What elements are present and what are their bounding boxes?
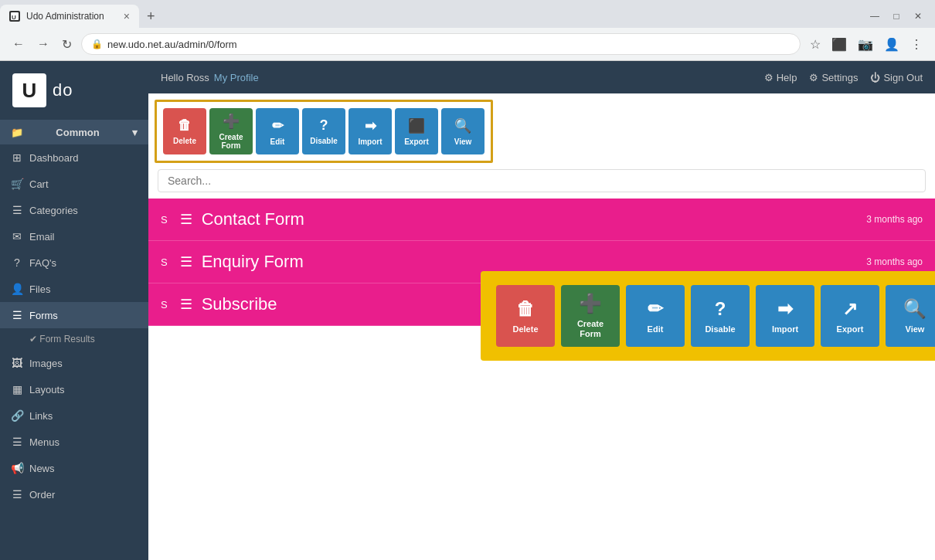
edit-icon: ✏	[648, 298, 663, 320]
sidebar-item-links[interactable]: 🔗 Links	[0, 402, 148, 429]
close-button[interactable]: ✕	[907, 8, 929, 24]
highlight-toolbar: 🗑 Delete ➕ CreateForm ✏ Edit ? Disable ➡	[481, 271, 935, 361]
logo-word: do	[53, 80, 73, 100]
profile-icon[interactable]: 👤	[881, 34, 903, 55]
form-title: Contact Form	[202, 209, 304, 229]
row-select-icon: S	[161, 299, 168, 311]
browser-tabs: U Udo Administration × + — □ ✕	[0, 0, 935, 28]
form-time: 3 months ago	[866, 256, 923, 267]
delete-button[interactable]: 🗑 Delete	[163, 108, 206, 154]
sidebar-item-label: News	[29, 463, 55, 474]
menu-icon[interactable]: ⋮	[907, 34, 926, 55]
forward-button[interactable]: →	[34, 34, 53, 54]
help-link[interactable]: ⚙ Help	[764, 72, 797, 83]
active-tab[interactable]: U Udo Administration ×	[0, 5, 139, 28]
trash-icon: 🗑	[516, 298, 535, 320]
tab-title: Udo Administration	[26, 11, 104, 22]
address-text: new.udo.net.au/admin/0/form	[107, 39, 790, 50]
sidebar-item-label: Order	[29, 489, 55, 501]
highlight-create-form-button[interactable]: ➕ CreateForm	[561, 285, 620, 347]
star-icon[interactable]: ☆	[807, 34, 824, 55]
edit-button[interactable]: ✏ Edit	[256, 108, 299, 154]
new-tab-button[interactable]: +	[139, 5, 163, 28]
sidebar-item-label: Email	[29, 231, 55, 243]
logo-box: U	[12, 73, 46, 107]
sidebar-item-email[interactable]: ✉ Email	[0, 223, 148, 249]
refresh-button[interactable]: ↻	[59, 34, 75, 55]
sidebar-item-order[interactable]: ☰ Order	[0, 481, 148, 507]
sidebar-item-label: Menus	[29, 436, 60, 448]
top-bar: Hello Ross My Profile ⚙ Help ⚙ Settings …	[148, 61, 935, 93]
sidebar-item-cart[interactable]: 🛒 Cart	[0, 171, 148, 197]
highlight-import-button[interactable]: ➡ Import	[756, 285, 814, 347]
sidebar-item-categories[interactable]: ☰ Categories	[0, 197, 148, 223]
tab-close-btn[interactable]: ×	[124, 10, 130, 22]
cart-icon: 🛒	[11, 178, 23, 190]
sidebar-logo: U do	[0, 61, 148, 120]
browser-chrome: U Udo Administration × + — □ ✕ ← → ↻ 🔒 n…	[0, 0, 935, 61]
sidebar-item-faqs[interactable]: ? FAQ's	[0, 249, 148, 276]
images-icon: 🖼	[11, 357, 23, 369]
highlight-edit-button[interactable]: ✏ Edit	[626, 285, 685, 347]
lock-icon: 🔒	[91, 39, 103, 49]
settings-link[interactable]: ⚙ Settings	[809, 72, 858, 83]
view-icon: 🔍	[903, 298, 926, 320]
export-button[interactable]: ⬛ Export	[395, 108, 438, 154]
highlight-view-button[interactable]: 🔍 View	[886, 285, 935, 347]
highlight-disable-button[interactable]: ? Disable	[691, 285, 750, 347]
form-item-left: S ☰ Contact Form	[161, 209, 304, 229]
content-area: 🗑 Delete ➕ Create Form ✏ Edit ? Disable	[148, 93, 935, 560]
sidebar-item-layouts[interactable]: ▦ Layouts	[0, 376, 148, 402]
main-content: Hello Ross My Profile ⚙ Help ⚙ Settings …	[148, 61, 935, 560]
export-icon: ↗	[842, 298, 858, 320]
sidebar-item-label: Forms	[29, 310, 58, 321]
sidebar-item-images[interactable]: 🖼 Images	[0, 350, 148, 376]
form-item-contact[interactable]: S ☰ Contact Form 3 months ago	[148, 199, 935, 241]
back-button[interactable]: ←	[9, 34, 28, 54]
sidebar-section-common[interactable]: 📁 Common ▾	[0, 120, 148, 144]
list-icon: ☰	[180, 253, 192, 270]
disable-button[interactable]: ? Disable	[302, 108, 345, 154]
trash-icon: 🗑	[178, 117, 192, 134]
links-icon: 🔗	[11, 409, 23, 422]
form-item-left: S ☰ Subscribe	[161, 294, 277, 314]
sidebar-item-forms[interactable]: ☰ Forms	[0, 302, 148, 328]
list-icon: ☰	[180, 211, 192, 228]
logo-letter: U	[22, 79, 37, 103]
menus-icon: ☰	[11, 436, 23, 448]
minimize-button[interactable]: —	[864, 8, 886, 24]
view-icon: 🔍	[454, 117, 471, 134]
sidebar-item-menus[interactable]: ☰ Menus	[0, 429, 148, 455]
svg-text:U: U	[12, 14, 16, 20]
highlight-delete-button[interactable]: 🗑 Delete	[496, 285, 555, 347]
my-profile-link[interactable]: My Profile	[214, 72, 259, 83]
sidebar-item-dashboard[interactable]: ⊞ Dashboard	[0, 144, 148, 171]
import-button[interactable]: ➡ Import	[348, 108, 392, 154]
forms-icon: ☰	[11, 309, 23, 321]
sidebar-sub-item-label: Form Results	[39, 334, 94, 344]
signout-link[interactable]: ⏻ Sign Out	[870, 72, 923, 83]
search-input[interactable]	[158, 169, 926, 192]
sidebar-item-label: FAQ's	[29, 257, 56, 269]
search-bar	[148, 163, 935, 199]
tab-favicon: U	[9, 11, 20, 22]
extension-icon[interactable]: ⬛	[828, 34, 850, 55]
highlight-export-button[interactable]: ↗ Export	[821, 285, 879, 347]
sidebar-item-files[interactable]: 👤 Files	[0, 276, 148, 302]
sidebar-item-label: Files	[29, 283, 50, 295]
maximize-button[interactable]: □	[886, 8, 907, 24]
screenshot-icon[interactable]: 📷	[855, 34, 876, 55]
sidebar-item-news[interactable]: 📢 News	[0, 455, 148, 481]
import-icon: ➡	[777, 298, 793, 320]
form-results-icon: ✔	[29, 334, 37, 344]
view-button[interactable]: 🔍 View	[441, 108, 484, 154]
address-bar[interactable]: 🔒 new.udo.net.au/admin/0/form	[81, 33, 801, 55]
sidebar-item-form-results[interactable]: ✔ Form Results	[0, 328, 148, 350]
browser-toolbar-icons: ☆ ⬛ 📷 👤 ⋮	[807, 34, 926, 55]
form-item-left: S ☰ Enquiry Form	[161, 252, 304, 272]
form-title: Subscribe	[202, 294, 277, 314]
create-form-button[interactable]: ➕ Create Form	[209, 108, 253, 154]
dashboard-icon: ⊞	[11, 151, 23, 164]
sidebar-item-label: Links	[29, 410, 53, 422]
settings-icon: ⚙	[809, 72, 818, 83]
